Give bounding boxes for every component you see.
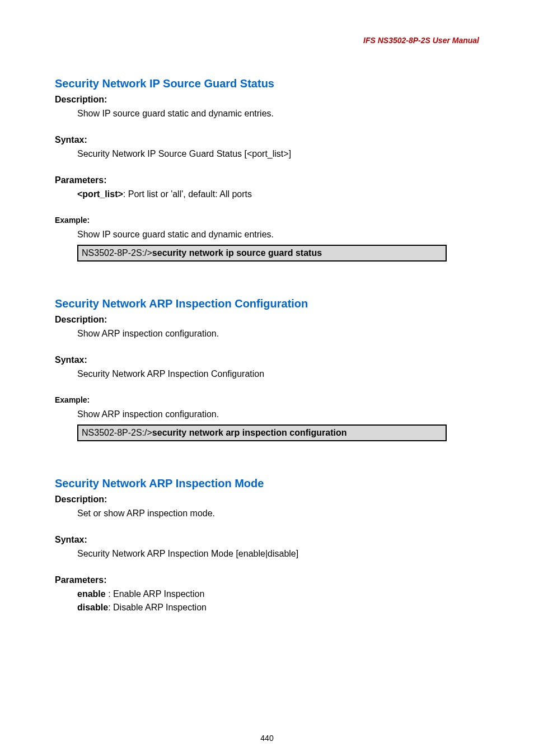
page-number: 440 xyxy=(0,734,534,743)
parameter-line: disable: Disable ARP Inspection xyxy=(77,601,479,614)
syntax-text: Security Network ARP Inspection Mode [en… xyxy=(77,547,479,561)
description-text: Show IP source guard static and dynamic … xyxy=(77,107,479,120)
code-command: security network arp inspection configur… xyxy=(152,428,347,437)
section-ip-source-guard-status: Security Network IP Source Guard Status … xyxy=(55,77,479,262)
example-label: Example: xyxy=(55,395,479,404)
parameter-desc: : Enable ARP Inspection xyxy=(106,589,205,599)
description-label: Description: xyxy=(55,315,479,325)
example-code: NS3502-8P-2S:/>security network ip sourc… xyxy=(77,245,447,262)
parameters-label: Parameters: xyxy=(55,575,479,585)
code-prompt: NS3502-8P-2S:/> xyxy=(82,428,152,437)
parameter-name: disable xyxy=(77,603,108,612)
section-arp-inspection-configuration: Security Network ARP Inspection Configur… xyxy=(55,297,479,441)
description-text: Set or show ARP inspection mode. xyxy=(77,507,479,520)
syntax-text: Security Network IP Source Guard Status … xyxy=(77,147,479,161)
parameter-line: <port_list>: Port list or 'all', default… xyxy=(77,188,479,201)
syntax-label: Syntax: xyxy=(55,535,479,545)
code-prompt: NS3502-8P-2S:/> xyxy=(82,248,152,258)
section-arp-inspection-mode: Security Network ARP Inspection Mode Des… xyxy=(55,477,479,614)
parameters-label: Parameters: xyxy=(55,175,479,185)
syntax-label: Syntax: xyxy=(55,135,479,145)
description-label: Description: xyxy=(55,494,479,505)
parameter-name: enable xyxy=(77,589,106,599)
example-label: Example: xyxy=(55,216,479,225)
syntax-text: Security Network ARP Inspection Configur… xyxy=(77,367,479,381)
code-command: security network ip source guard status xyxy=(152,248,322,258)
section-title: Security Network ARP Inspection Mode xyxy=(55,477,479,490)
running-header: IFS NS3502-8P-2S User Manual xyxy=(55,36,479,45)
section-title: Security Network ARP Inspection Configur… xyxy=(55,297,479,310)
parameter-name: <port_list> xyxy=(77,189,123,199)
syntax-label: Syntax: xyxy=(55,355,479,365)
description-label: Description: xyxy=(55,95,479,105)
example-code: NS3502-8P-2S:/>security network arp insp… xyxy=(77,424,447,441)
section-title: Security Network IP Source Guard Status xyxy=(55,77,479,90)
example-text: Show ARP inspection configuration. xyxy=(77,408,479,421)
parameter-line: enable : Enable ARP Inspection xyxy=(77,587,479,601)
parameter-desc: : Port list or 'all', default: All ports xyxy=(123,189,252,199)
description-text: Show ARP inspection configuration. xyxy=(77,327,479,340)
parameter-desc: : Disable ARP Inspection xyxy=(108,603,207,612)
example-text: Show IP source guard static and dynamic … xyxy=(77,228,479,241)
